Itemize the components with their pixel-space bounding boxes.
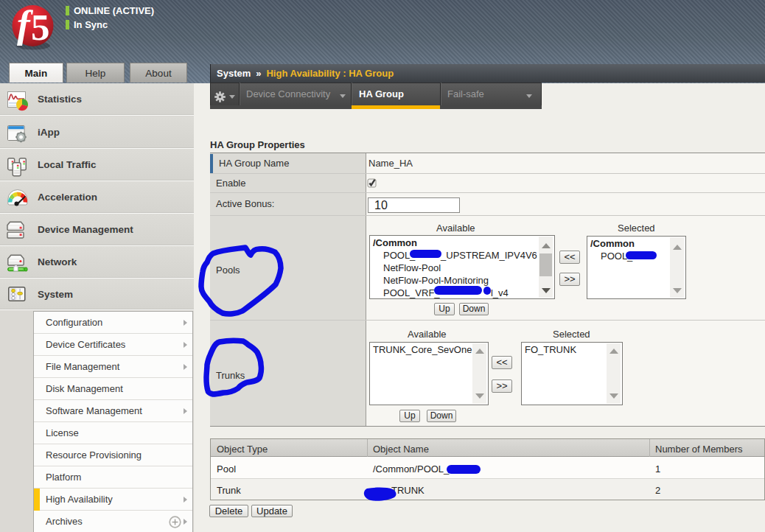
svg-text:5: 5	[31, 7, 50, 48]
